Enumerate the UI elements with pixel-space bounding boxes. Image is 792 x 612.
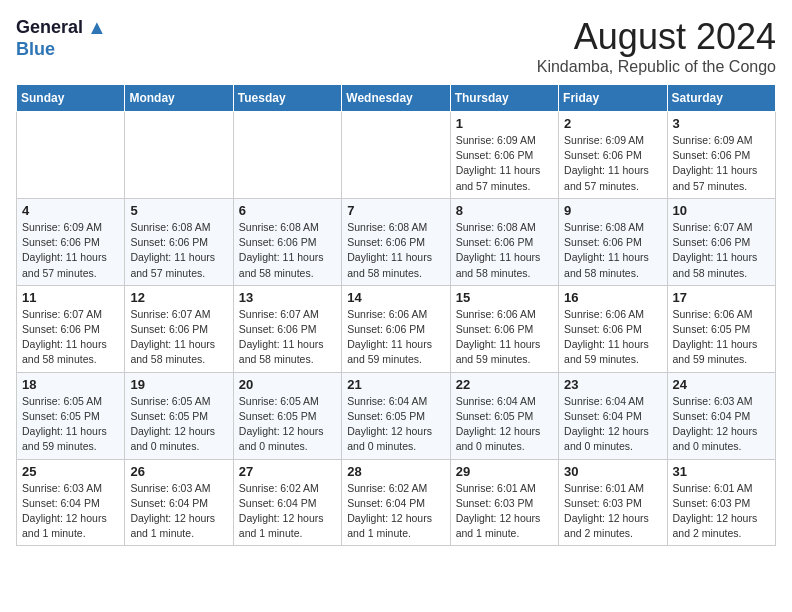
title-area: August 2024 Kindamba, Republic of the Co…: [537, 16, 776, 76]
calendar-cell: 23Sunrise: 6:04 AM Sunset: 6:04 PM Dayli…: [559, 372, 667, 459]
day-info: Sunrise: 6:09 AM Sunset: 6:06 PM Dayligh…: [564, 133, 661, 194]
day-number: 5: [130, 203, 227, 218]
calendar-cell: 26Sunrise: 6:03 AM Sunset: 6:04 PM Dayli…: [125, 459, 233, 546]
day-number: 9: [564, 203, 661, 218]
day-info: Sunrise: 6:04 AM Sunset: 6:05 PM Dayligh…: [347, 394, 444, 455]
day-number: 12: [130, 290, 227, 305]
weekday-header-row: SundayMondayTuesdayWednesdayThursdayFrid…: [17, 85, 776, 112]
day-number: 14: [347, 290, 444, 305]
day-number: 30: [564, 464, 661, 479]
calendar-cell: 3Sunrise: 6:09 AM Sunset: 6:06 PM Daylig…: [667, 112, 775, 199]
calendar-cell: 22Sunrise: 6:04 AM Sunset: 6:05 PM Dayli…: [450, 372, 558, 459]
calendar-week-2: 4Sunrise: 6:09 AM Sunset: 6:06 PM Daylig…: [17, 198, 776, 285]
calendar-cell: 25Sunrise: 6:03 AM Sunset: 6:04 PM Dayli…: [17, 459, 125, 546]
calendar-cell: 8Sunrise: 6:08 AM Sunset: 6:06 PM Daylig…: [450, 198, 558, 285]
day-number: 22: [456, 377, 553, 392]
day-number: 21: [347, 377, 444, 392]
calendar-cell: [125, 112, 233, 199]
day-info: Sunrise: 6:08 AM Sunset: 6:06 PM Dayligh…: [130, 220, 227, 281]
calendar-cell: 9Sunrise: 6:08 AM Sunset: 6:06 PM Daylig…: [559, 198, 667, 285]
calendar-cell: 19Sunrise: 6:05 AM Sunset: 6:05 PM Dayli…: [125, 372, 233, 459]
calendar-cell: 4Sunrise: 6:09 AM Sunset: 6:06 PM Daylig…: [17, 198, 125, 285]
day-info: Sunrise: 6:05 AM Sunset: 6:05 PM Dayligh…: [130, 394, 227, 455]
day-number: 4: [22, 203, 119, 218]
logo: General ▲ Blue: [16, 16, 107, 60]
day-number: 13: [239, 290, 336, 305]
day-number: 2: [564, 116, 661, 131]
day-info: Sunrise: 6:09 AM Sunset: 6:06 PM Dayligh…: [673, 133, 770, 194]
weekday-header-tuesday: Tuesday: [233, 85, 341, 112]
calendar-cell: 7Sunrise: 6:08 AM Sunset: 6:06 PM Daylig…: [342, 198, 450, 285]
calendar-cell: 10Sunrise: 6:07 AM Sunset: 6:06 PM Dayli…: [667, 198, 775, 285]
day-number: 8: [456, 203, 553, 218]
calendar-cell: 21Sunrise: 6:04 AM Sunset: 6:05 PM Dayli…: [342, 372, 450, 459]
day-number: 27: [239, 464, 336, 479]
day-info: Sunrise: 6:07 AM Sunset: 6:06 PM Dayligh…: [130, 307, 227, 368]
day-number: 31: [673, 464, 770, 479]
calendar-cell: 14Sunrise: 6:06 AM Sunset: 6:06 PM Dayli…: [342, 285, 450, 372]
day-number: 11: [22, 290, 119, 305]
day-number: 25: [22, 464, 119, 479]
day-info: Sunrise: 6:05 AM Sunset: 6:05 PM Dayligh…: [239, 394, 336, 455]
calendar-cell: 20Sunrise: 6:05 AM Sunset: 6:05 PM Dayli…: [233, 372, 341, 459]
day-info: Sunrise: 6:09 AM Sunset: 6:06 PM Dayligh…: [456, 133, 553, 194]
day-info: Sunrise: 6:06 AM Sunset: 6:06 PM Dayligh…: [347, 307, 444, 368]
day-number: 20: [239, 377, 336, 392]
day-info: Sunrise: 6:09 AM Sunset: 6:06 PM Dayligh…: [22, 220, 119, 281]
calendar-cell: [342, 112, 450, 199]
calendar-cell: 11Sunrise: 6:07 AM Sunset: 6:06 PM Dayli…: [17, 285, 125, 372]
calendar-cell: 1Sunrise: 6:09 AM Sunset: 6:06 PM Daylig…: [450, 112, 558, 199]
calendar-cell: [233, 112, 341, 199]
day-info: Sunrise: 6:02 AM Sunset: 6:04 PM Dayligh…: [239, 481, 336, 542]
calendar-title: August 2024: [537, 16, 776, 58]
day-info: Sunrise: 6:03 AM Sunset: 6:04 PM Dayligh…: [22, 481, 119, 542]
day-number: 29: [456, 464, 553, 479]
day-info: Sunrise: 6:08 AM Sunset: 6:06 PM Dayligh…: [347, 220, 444, 281]
calendar-cell: 18Sunrise: 6:05 AM Sunset: 6:05 PM Dayli…: [17, 372, 125, 459]
logo-blue-text: Blue: [16, 39, 55, 59]
day-number: 23: [564, 377, 661, 392]
day-info: Sunrise: 6:08 AM Sunset: 6:06 PM Dayligh…: [456, 220, 553, 281]
day-number: 17: [673, 290, 770, 305]
calendar-cell: 2Sunrise: 6:09 AM Sunset: 6:06 PM Daylig…: [559, 112, 667, 199]
day-info: Sunrise: 6:05 AM Sunset: 6:05 PM Dayligh…: [22, 394, 119, 455]
day-number: 1: [456, 116, 553, 131]
day-number: 16: [564, 290, 661, 305]
calendar-cell: 30Sunrise: 6:01 AM Sunset: 6:03 PM Dayli…: [559, 459, 667, 546]
calendar-cell: 27Sunrise: 6:02 AM Sunset: 6:04 PM Dayli…: [233, 459, 341, 546]
logo-bird-icon: ▲: [87, 16, 107, 39]
day-info: Sunrise: 6:02 AM Sunset: 6:04 PM Dayligh…: [347, 481, 444, 542]
logo-general-text: General: [16, 17, 83, 38]
day-info: Sunrise: 6:03 AM Sunset: 6:04 PM Dayligh…: [130, 481, 227, 542]
day-info: Sunrise: 6:06 AM Sunset: 6:05 PM Dayligh…: [673, 307, 770, 368]
calendar-cell: 13Sunrise: 6:07 AM Sunset: 6:06 PM Dayli…: [233, 285, 341, 372]
day-number: 3: [673, 116, 770, 131]
weekday-header-friday: Friday: [559, 85, 667, 112]
calendar-subtitle: Kindamba, Republic of the Congo: [537, 58, 776, 76]
day-info: Sunrise: 6:06 AM Sunset: 6:06 PM Dayligh…: [564, 307, 661, 368]
calendar-cell: 12Sunrise: 6:07 AM Sunset: 6:06 PM Dayli…: [125, 285, 233, 372]
day-info: Sunrise: 6:03 AM Sunset: 6:04 PM Dayligh…: [673, 394, 770, 455]
day-number: 10: [673, 203, 770, 218]
calendar-week-5: 25Sunrise: 6:03 AM Sunset: 6:04 PM Dayli…: [17, 459, 776, 546]
calendar-cell: 31Sunrise: 6:01 AM Sunset: 6:03 PM Dayli…: [667, 459, 775, 546]
weekday-header-saturday: Saturday: [667, 85, 775, 112]
calendar-cell: [17, 112, 125, 199]
calendar-cell: 16Sunrise: 6:06 AM Sunset: 6:06 PM Dayli…: [559, 285, 667, 372]
day-info: Sunrise: 6:01 AM Sunset: 6:03 PM Dayligh…: [673, 481, 770, 542]
day-number: 15: [456, 290, 553, 305]
day-info: Sunrise: 6:08 AM Sunset: 6:06 PM Dayligh…: [239, 220, 336, 281]
day-info: Sunrise: 6:06 AM Sunset: 6:06 PM Dayligh…: [456, 307, 553, 368]
calendar-cell: 29Sunrise: 6:01 AM Sunset: 6:03 PM Dayli…: [450, 459, 558, 546]
day-info: Sunrise: 6:07 AM Sunset: 6:06 PM Dayligh…: [22, 307, 119, 368]
weekday-header-thursday: Thursday: [450, 85, 558, 112]
calendar-cell: 5Sunrise: 6:08 AM Sunset: 6:06 PM Daylig…: [125, 198, 233, 285]
weekday-header-monday: Monday: [125, 85, 233, 112]
calendar-cell: 6Sunrise: 6:08 AM Sunset: 6:06 PM Daylig…: [233, 198, 341, 285]
day-number: 18: [22, 377, 119, 392]
day-number: 28: [347, 464, 444, 479]
day-number: 26: [130, 464, 227, 479]
day-info: Sunrise: 6:04 AM Sunset: 6:05 PM Dayligh…: [456, 394, 553, 455]
day-number: 7: [347, 203, 444, 218]
calendar-cell: 15Sunrise: 6:06 AM Sunset: 6:06 PM Dayli…: [450, 285, 558, 372]
